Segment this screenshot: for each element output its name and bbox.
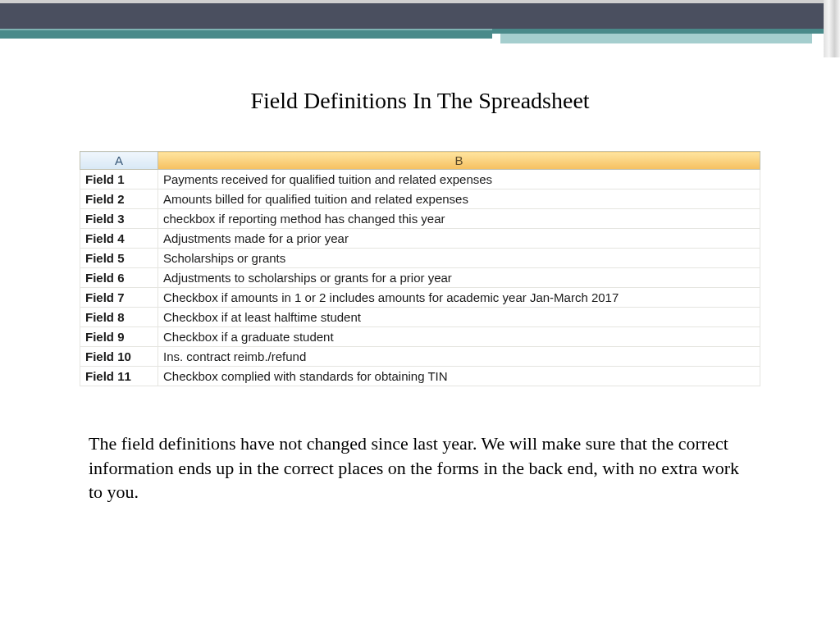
table-row: Field 8Checkbox if at least halftime stu…: [80, 308, 760, 327]
field-label: Field 2: [80, 189, 158, 209]
field-desc: Checkbox complied with standards for obt…: [158, 367, 760, 386]
table-row: Field 4Adjustments made for a prior year: [80, 229, 760, 249]
field-desc: Payments received for qualified tuition …: [158, 170, 760, 189]
field-label: Field 10: [80, 347, 158, 367]
table-row: Field 1Payments received for qualified t…: [80, 170, 760, 189]
field-label: Field 11: [80, 367, 158, 386]
field-desc: Checkbox if a graduate student: [158, 327, 760, 347]
table-row: Field 6Adjustments to scholarships or gr…: [80, 268, 760, 288]
field-desc: Checkbox if amounts in 1 or 2 includes a…: [158, 288, 760, 308]
table-row: Field 3checkbox if reporting method has …: [80, 209, 760, 229]
page-title: Field Definitions In The Spreadsheet: [74, 88, 766, 114]
table-row: Field 2Amounts billed for qualified tuit…: [80, 189, 760, 209]
table-row: Field 7Checkbox if amounts in 1 or 2 inc…: [80, 288, 760, 308]
slide-content: Field Definitions In The Spreadsheet A B…: [0, 39, 840, 504]
column-header-a: A: [80, 152, 158, 170]
field-label: Field 3: [80, 209, 158, 229]
field-desc: Scholarships or grants: [158, 249, 760, 268]
field-desc: Amounts billed for qualified tuition and…: [158, 189, 760, 209]
field-label: Field 7: [80, 288, 158, 308]
field-label: Field 5: [80, 249, 158, 268]
table-row: Field 11Checkbox complied with standards…: [80, 367, 760, 386]
page-edge-decoration: [824, 0, 840, 57]
field-desc: Checkbox if at least halftime student: [158, 308, 760, 327]
field-label: Field 4: [80, 229, 158, 249]
field-desc: Adjustments made for a prior year: [158, 229, 760, 249]
body-text: The field definitions have not changed s…: [74, 431, 766, 504]
field-desc: Ins. contract reimb./refund: [158, 347, 760, 367]
field-label: Field 1: [80, 170, 158, 189]
top-bar: [0, 0, 840, 29]
field-desc: checkbox if reporting method has changed…: [158, 209, 760, 229]
column-header-b: B: [158, 152, 760, 170]
field-label: Field 6: [80, 268, 158, 288]
field-definitions-table: A B Field 1Payments received for qualifi…: [80, 151, 760, 386]
table-body: Field 1Payments received for qualified t…: [80, 170, 760, 386]
table-row: Field 5Scholarships or grants: [80, 249, 760, 268]
field-label: Field 8: [80, 308, 158, 327]
accent-bar: [0, 29, 840, 39]
table-row: Field 9Checkbox if a graduate student: [80, 327, 760, 347]
table-row: Field 10Ins. contract reimb./refund: [80, 347, 760, 367]
field-label: Field 9: [80, 327, 158, 347]
field-desc: Adjustments to scholarships or grants fo…: [158, 268, 760, 288]
